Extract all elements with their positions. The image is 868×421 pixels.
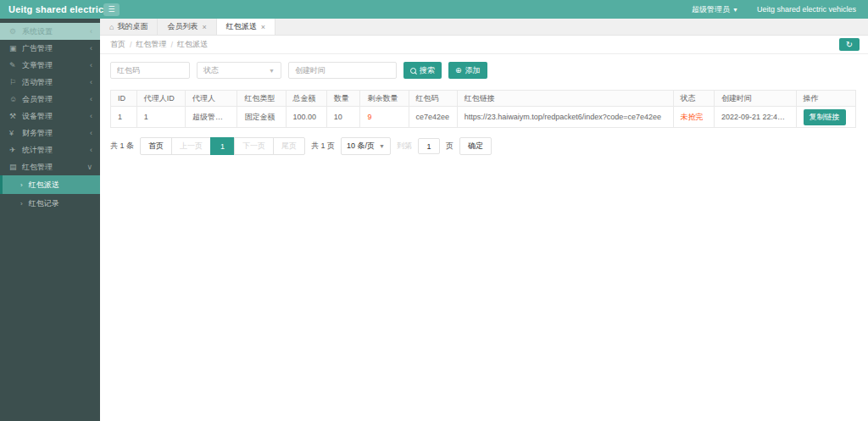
redpacket-icon: ▤ bbox=[9, 163, 22, 171]
chevron-left-icon: ‹ bbox=[90, 112, 92, 120]
col-actions: 操作 bbox=[796, 91, 855, 107]
current-page-button[interactable]: 1 bbox=[210, 137, 235, 155]
sidebar-item-finance[interactable]: ¥ 财务管理 ‹ bbox=[0, 125, 100, 141]
cell-agent-id: 1 bbox=[136, 107, 185, 128]
chevron-down-icon: ▼ bbox=[269, 68, 275, 74]
chevron-right-icon: › bbox=[20, 181, 23, 189]
pencil-icon: ✎ bbox=[9, 61, 22, 69]
topbar: Ueitg shared electric ☰ 超级管理员 ▼ Ueitg sh… bbox=[0, 0, 868, 19]
breadcrumb-current: 红包派送 bbox=[177, 39, 208, 50]
sidebar-item-activities[interactable]: ⚐ 活动管理 ‹ bbox=[0, 74, 100, 91]
gear-icon: ⚙ bbox=[9, 27, 22, 36]
pagination: 共 1 条 首页 上一页 1 下一页 尾页 共 1 页 10 条/页 ▼ 到第 bbox=[110, 137, 856, 155]
money-icon: ¥ bbox=[9, 129, 22, 137]
goto-suffix: 页 bbox=[446, 141, 453, 152]
image-icon: ▣ bbox=[9, 44, 22, 53]
prev-page-button: 上一页 bbox=[171, 137, 211, 155]
refresh-icon: ↻ bbox=[846, 40, 853, 49]
hamburger-menu-icon[interactable]: ☰ bbox=[103, 3, 120, 16]
chevron-left-icon: ‹ bbox=[90, 146, 92, 154]
goto-page-input[interactable] bbox=[418, 138, 440, 154]
created-time-input[interactable] bbox=[288, 62, 397, 79]
copy-link-button[interactable]: 复制链接 bbox=[804, 109, 846, 125]
close-icon[interactable]: × bbox=[202, 23, 206, 31]
cell-type: 固定金额 bbox=[237, 107, 286, 128]
tab-desktop[interactable]: ⌂ 我的桌面 bbox=[100, 19, 158, 35]
redpacket-code-input[interactable] bbox=[110, 62, 190, 79]
col-agent: 代理人 bbox=[185, 91, 237, 107]
chevron-down-icon: ▼ bbox=[732, 7, 738, 13]
cell-count: 10 bbox=[326, 107, 360, 128]
chevron-right-icon: › bbox=[20, 200, 23, 208]
cell-link: https://23.haiwaiym.top/redpacket6/index… bbox=[457, 107, 673, 128]
sidebar-item-statistics[interactable]: ✈ 统计管理 ‹ bbox=[0, 141, 100, 158]
topbar-right: 超级管理员 ▼ Ueitg shared electric vehicles bbox=[692, 4, 868, 15]
sidebar: ⚙ 系统设置 ‹ ▣ 广告管理 ‹ ✎ 文章管理 ‹ ⚐ 活动管理 ‹ ☺ 会员 bbox=[0, 19, 100, 421]
page-buttons: 首页 上一页 1 下一页 尾页 bbox=[140, 137, 305, 155]
sidebar-item-ads[interactable]: ▣ 广告管理 ‹ bbox=[0, 40, 100, 57]
user-dropdown[interactable]: 超级管理员 ▼ bbox=[692, 4, 738, 15]
content: 状态 ▼ 搜索 ⊕ 添加 bbox=[100, 54, 868, 421]
search-form: 状态 ▼ 搜索 ⊕ 添加 bbox=[110, 62, 856, 79]
tab-redpacket-send[interactable]: 红包派送 × bbox=[217, 19, 275, 35]
confirm-button[interactable]: 确定 bbox=[459, 137, 492, 155]
per-page-select[interactable]: 10 条/页 ▼ bbox=[341, 137, 391, 155]
breadcrumb-home[interactable]: 首页 bbox=[110, 39, 125, 50]
col-count: 数量 bbox=[326, 91, 360, 107]
chevron-left-icon: ‹ bbox=[90, 27, 92, 36]
breadcrumb-redpacket-mgmt[interactable]: 红包管理 bbox=[136, 39, 167, 50]
home-icon: ⌂ bbox=[109, 23, 114, 31]
sidebar-item-redpacket[interactable]: ▤ 红包管理 ∨ bbox=[0, 158, 100, 175]
close-icon[interactable]: × bbox=[261, 23, 265, 31]
col-agent-id: 代理人ID bbox=[136, 91, 185, 107]
sidebar-subitem-redpacket-send[interactable]: › 红包派送 bbox=[0, 175, 100, 194]
flag-icon: ⚐ bbox=[9, 78, 22, 86]
col-created: 创建时间 bbox=[714, 91, 796, 107]
cell-actions: 复制链接 bbox=[796, 107, 855, 128]
chevron-left-icon: ‹ bbox=[90, 129, 92, 137]
col-link: 红包链接 bbox=[457, 91, 673, 107]
col-remain: 剩余数量 bbox=[360, 91, 409, 107]
search-icon bbox=[410, 68, 416, 74]
last-page-button: 尾页 bbox=[273, 137, 305, 155]
sidebar-item-members[interactable]: ☺ 会员管理 ‹ bbox=[0, 91, 100, 108]
main-area: ⌂ 我的桌面 会员列表 × 红包派送 × 首页 / 红包管理 / 红包派送 bbox=[100, 19, 868, 421]
cell-created: 2022-09-21 22:43:12 bbox=[714, 107, 796, 128]
col-total: 总金额 bbox=[286, 91, 326, 107]
col-id: ID bbox=[111, 91, 137, 107]
cell-remain: 9 bbox=[360, 107, 409, 128]
tab-bar: ⌂ 我的桌面 会员列表 × 红包派送 × bbox=[100, 19, 868, 36]
col-status: 状态 bbox=[673, 91, 714, 107]
cell-agent: 超级管理员 bbox=[185, 107, 237, 128]
user-name: 超级管理员 bbox=[692, 4, 730, 15]
sidebar-item-articles[interactable]: ✎ 文章管理 ‹ bbox=[0, 57, 100, 74]
cell-total: 100.00 bbox=[286, 107, 326, 128]
sidebar-item-system[interactable]: ⚙ 系统设置 ‹ bbox=[0, 23, 100, 40]
refresh-button[interactable]: ↻ bbox=[839, 38, 860, 51]
data-table: ID 代理人ID 代理人 红包类型 总金额 数量 剩余数量 红包码 红包链接 状… bbox=[110, 90, 856, 128]
cell-code: ce7e42ee bbox=[409, 107, 457, 128]
search-button[interactable]: 搜索 bbox=[403, 62, 442, 79]
chevron-left-icon: ‹ bbox=[90, 78, 92, 86]
chevron-left-icon: ‹ bbox=[90, 95, 92, 103]
status-select[interactable]: 状态 ▼ bbox=[197, 62, 281, 79]
goto-prefix: 到第 bbox=[397, 141, 412, 152]
chevron-down-icon: ▼ bbox=[379, 143, 385, 149]
chevron-left-icon: ‹ bbox=[90, 44, 92, 53]
first-page-button[interactable]: 首页 bbox=[140, 137, 172, 155]
next-page-button: 下一页 bbox=[234, 137, 274, 155]
breadcrumb: 首页 / 红包管理 / 红包派送 ↻ bbox=[100, 36, 868, 54]
table-row: 1 1 超级管理员 固定金额 100.00 10 9 ce7e42ee http… bbox=[111, 107, 856, 128]
tab-member-list[interactable]: 会员列表 × bbox=[158, 19, 216, 35]
add-button[interactable]: ⊕ 添加 bbox=[448, 62, 487, 79]
sidebar-subitem-redpacket-records[interactable]: › 红包记录 bbox=[0, 194, 100, 213]
cell-status: 未抢完 bbox=[673, 107, 714, 128]
sidebar-item-devices[interactable]: ⚒ 设备管理 ‹ bbox=[0, 108, 100, 125]
site-name: Ueitg shared electric vehicles bbox=[757, 5, 856, 14]
plus-circle-icon: ⊕ bbox=[455, 67, 462, 75]
total-count: 共 1 条 bbox=[110, 141, 134, 152]
chevron-left-icon: ‹ bbox=[90, 61, 92, 69]
app-window: Ueitg shared electric ☰ 超级管理员 ▼ Ueitg sh… bbox=[0, 0, 868, 421]
user-icon: ☺ bbox=[9, 95, 22, 103]
col-code: 红包码 bbox=[409, 91, 457, 107]
